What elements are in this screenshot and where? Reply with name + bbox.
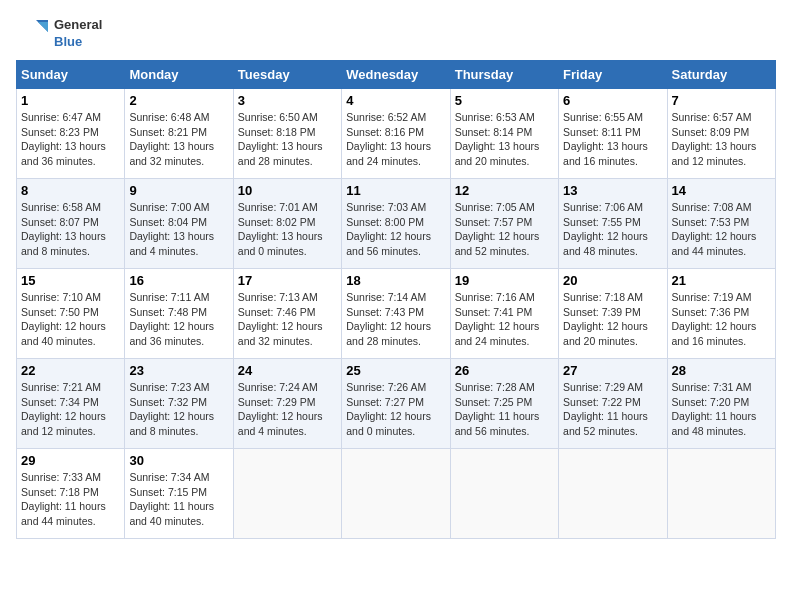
logo-text: General Blue (54, 17, 102, 51)
logo-container: General Blue (16, 16, 102, 52)
calendar-table: SundayMondayTuesdayWednesdayThursdayFrid… (16, 60, 776, 539)
day-cell: 12Sunrise: 7:05 AM Sunset: 7:57 PM Dayli… (450, 179, 558, 269)
week-row-1: 1Sunrise: 6:47 AM Sunset: 8:23 PM Daylig… (17, 89, 776, 179)
day-number: 18 (346, 273, 445, 288)
day-number: 9 (129, 183, 228, 198)
day-cell: 16Sunrise: 7:11 AM Sunset: 7:48 PM Dayli… (125, 269, 233, 359)
day-cell: 24Sunrise: 7:24 AM Sunset: 7:29 PM Dayli… (233, 359, 341, 449)
day-info: Sunrise: 7:33 AM Sunset: 7:18 PM Dayligh… (21, 470, 120, 529)
day-number: 23 (129, 363, 228, 378)
day-number: 20 (563, 273, 662, 288)
col-header-thursday: Thursday (450, 61, 558, 89)
col-header-friday: Friday (559, 61, 667, 89)
day-info: Sunrise: 7:18 AM Sunset: 7:39 PM Dayligh… (563, 290, 662, 349)
day-number: 17 (238, 273, 337, 288)
day-number: 11 (346, 183, 445, 198)
day-cell: 20Sunrise: 7:18 AM Sunset: 7:39 PM Dayli… (559, 269, 667, 359)
day-cell: 19Sunrise: 7:16 AM Sunset: 7:41 PM Dayli… (450, 269, 558, 359)
day-cell: 9Sunrise: 7:00 AM Sunset: 8:04 PM Daylig… (125, 179, 233, 269)
day-info: Sunrise: 7:26 AM Sunset: 7:27 PM Dayligh… (346, 380, 445, 439)
day-info: Sunrise: 7:24 AM Sunset: 7:29 PM Dayligh… (238, 380, 337, 439)
day-cell: 30Sunrise: 7:34 AM Sunset: 7:15 PM Dayli… (125, 449, 233, 539)
day-info: Sunrise: 7:21 AM Sunset: 7:34 PM Dayligh… (21, 380, 120, 439)
day-info: Sunrise: 6:50 AM Sunset: 8:18 PM Dayligh… (238, 110, 337, 169)
day-cell: 23Sunrise: 7:23 AM Sunset: 7:32 PM Dayli… (125, 359, 233, 449)
day-cell: 21Sunrise: 7:19 AM Sunset: 7:36 PM Dayli… (667, 269, 775, 359)
day-cell (233, 449, 341, 539)
day-info: Sunrise: 6:58 AM Sunset: 8:07 PM Dayligh… (21, 200, 120, 259)
day-info: Sunrise: 7:29 AM Sunset: 7:22 PM Dayligh… (563, 380, 662, 439)
col-header-tuesday: Tuesday (233, 61, 341, 89)
day-cell: 15Sunrise: 7:10 AM Sunset: 7:50 PM Dayli… (17, 269, 125, 359)
day-number: 15 (21, 273, 120, 288)
day-info: Sunrise: 7:31 AM Sunset: 7:20 PM Dayligh… (672, 380, 771, 439)
week-row-3: 15Sunrise: 7:10 AM Sunset: 7:50 PM Dayli… (17, 269, 776, 359)
day-number: 22 (21, 363, 120, 378)
day-cell: 27Sunrise: 7:29 AM Sunset: 7:22 PM Dayli… (559, 359, 667, 449)
day-info: Sunrise: 6:48 AM Sunset: 8:21 PM Dayligh… (129, 110, 228, 169)
day-number: 3 (238, 93, 337, 108)
day-number: 24 (238, 363, 337, 378)
header-row: SundayMondayTuesdayWednesdayThursdayFrid… (17, 61, 776, 89)
day-info: Sunrise: 6:53 AM Sunset: 8:14 PM Dayligh… (455, 110, 554, 169)
day-number: 21 (672, 273, 771, 288)
svg-marker-1 (38, 22, 48, 32)
day-number: 16 (129, 273, 228, 288)
day-cell: 10Sunrise: 7:01 AM Sunset: 8:02 PM Dayli… (233, 179, 341, 269)
day-info: Sunrise: 6:55 AM Sunset: 8:11 PM Dayligh… (563, 110, 662, 169)
day-cell: 6Sunrise: 6:55 AM Sunset: 8:11 PM Daylig… (559, 89, 667, 179)
day-info: Sunrise: 7:06 AM Sunset: 7:55 PM Dayligh… (563, 200, 662, 259)
day-number: 5 (455, 93, 554, 108)
day-cell: 18Sunrise: 7:14 AM Sunset: 7:43 PM Dayli… (342, 269, 450, 359)
day-number: 25 (346, 363, 445, 378)
day-cell (342, 449, 450, 539)
day-number: 19 (455, 273, 554, 288)
col-header-monday: Monday (125, 61, 233, 89)
day-cell: 8Sunrise: 6:58 AM Sunset: 8:07 PM Daylig… (17, 179, 125, 269)
logo: General Blue (16, 16, 102, 52)
day-cell: 5Sunrise: 6:53 AM Sunset: 8:14 PM Daylig… (450, 89, 558, 179)
day-cell: 17Sunrise: 7:13 AM Sunset: 7:46 PM Dayli… (233, 269, 341, 359)
day-info: Sunrise: 7:16 AM Sunset: 7:41 PM Dayligh… (455, 290, 554, 349)
day-cell: 29Sunrise: 7:33 AM Sunset: 7:18 PM Dayli… (17, 449, 125, 539)
day-info: Sunrise: 7:34 AM Sunset: 7:15 PM Dayligh… (129, 470, 228, 529)
col-header-wednesday: Wednesday (342, 61, 450, 89)
col-header-sunday: Sunday (17, 61, 125, 89)
day-cell: 14Sunrise: 7:08 AM Sunset: 7:53 PM Dayli… (667, 179, 775, 269)
day-info: Sunrise: 7:08 AM Sunset: 7:53 PM Dayligh… (672, 200, 771, 259)
day-info: Sunrise: 7:19 AM Sunset: 7:36 PM Dayligh… (672, 290, 771, 349)
day-cell: 4Sunrise: 6:52 AM Sunset: 8:16 PM Daylig… (342, 89, 450, 179)
day-info: Sunrise: 7:28 AM Sunset: 7:25 PM Dayligh… (455, 380, 554, 439)
day-number: 30 (129, 453, 228, 468)
day-cell: 22Sunrise: 7:21 AM Sunset: 7:34 PM Dayli… (17, 359, 125, 449)
week-row-2: 8Sunrise: 6:58 AM Sunset: 8:07 PM Daylig… (17, 179, 776, 269)
day-info: Sunrise: 6:57 AM Sunset: 8:09 PM Dayligh… (672, 110, 771, 169)
day-number: 7 (672, 93, 771, 108)
day-cell: 13Sunrise: 7:06 AM Sunset: 7:55 PM Dayli… (559, 179, 667, 269)
day-number: 8 (21, 183, 120, 198)
day-number: 12 (455, 183, 554, 198)
day-cell: 3Sunrise: 6:50 AM Sunset: 8:18 PM Daylig… (233, 89, 341, 179)
day-cell: 1Sunrise: 6:47 AM Sunset: 8:23 PM Daylig… (17, 89, 125, 179)
day-number: 26 (455, 363, 554, 378)
day-cell: 25Sunrise: 7:26 AM Sunset: 7:27 PM Dayli… (342, 359, 450, 449)
day-info: Sunrise: 7:14 AM Sunset: 7:43 PM Dayligh… (346, 290, 445, 349)
logo-graphic (16, 16, 52, 52)
day-cell (559, 449, 667, 539)
day-number: 14 (672, 183, 771, 198)
day-info: Sunrise: 7:05 AM Sunset: 7:57 PM Dayligh… (455, 200, 554, 259)
day-cell (667, 449, 775, 539)
day-number: 13 (563, 183, 662, 198)
day-number: 27 (563, 363, 662, 378)
day-info: Sunrise: 7:03 AM Sunset: 8:00 PM Dayligh… (346, 200, 445, 259)
day-number: 6 (563, 93, 662, 108)
day-cell: 7Sunrise: 6:57 AM Sunset: 8:09 PM Daylig… (667, 89, 775, 179)
day-number: 1 (21, 93, 120, 108)
day-cell: 11Sunrise: 7:03 AM Sunset: 8:00 PM Dayli… (342, 179, 450, 269)
day-info: Sunrise: 7:10 AM Sunset: 7:50 PM Dayligh… (21, 290, 120, 349)
day-number: 4 (346, 93, 445, 108)
day-info: Sunrise: 7:23 AM Sunset: 7:32 PM Dayligh… (129, 380, 228, 439)
day-number: 29 (21, 453, 120, 468)
day-info: Sunrise: 7:13 AM Sunset: 7:46 PM Dayligh… (238, 290, 337, 349)
day-number: 28 (672, 363, 771, 378)
